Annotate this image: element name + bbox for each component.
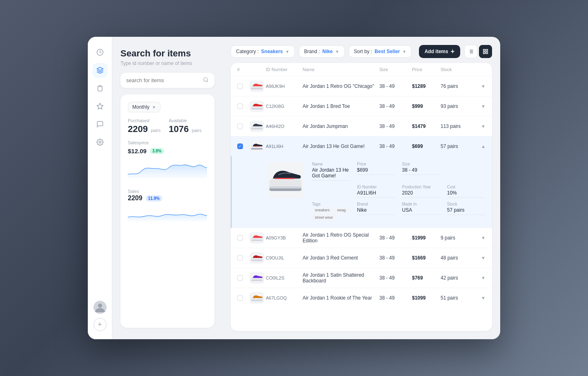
sidebar-icon-clipboard[interactable] bbox=[93, 81, 107, 96]
svg-point-6 bbox=[98, 304, 102, 308]
table-row[interactable]: A09GY3B Air Jordan 1 Retro OG Special Ed… bbox=[231, 228, 492, 248]
row-checkbox[interactable] bbox=[237, 275, 243, 281]
item-price: $1479 bbox=[412, 123, 441, 129]
item-id: C12KI8G bbox=[266, 104, 303, 109]
period-selector[interactable]: Monthly ▼ bbox=[128, 102, 160, 112]
tag-badge: sneakers bbox=[312, 207, 333, 213]
detail-year-field: Production Year 2020 bbox=[402, 185, 441, 198]
row-checkbox[interactable] bbox=[237, 143, 243, 149]
expanded-detail-panel: Name Air Jordan 13 He Got Game! Price $6… bbox=[231, 156, 492, 228]
table-row[interactable]: A98JK9H Air Jordan 1 Retro OG "Chicago" … bbox=[231, 76, 492, 96]
svg-rect-22 bbox=[251, 108, 263, 110]
expand-icon[interactable]: ▼ bbox=[481, 275, 486, 280]
detail-fields: Name Air Jordan 13 He Got Game! Price $6… bbox=[312, 162, 486, 222]
salesprice-badge: 3.8% bbox=[150, 148, 164, 154]
svg-rect-29 bbox=[270, 186, 302, 188]
sidebar-icon-clock[interactable] bbox=[93, 45, 107, 60]
row-checkbox[interactable] bbox=[237, 295, 243, 301]
stats-card: Monthly ▼ Purchased 2209 pairs Available… bbox=[120, 94, 214, 328]
brand-filter[interactable]: Brand : Nike ▼ bbox=[299, 45, 345, 58]
item-name: Air Jordan 1 Rookie of The Year bbox=[303, 295, 379, 301]
item-thumbnail bbox=[249, 252, 264, 264]
sidebar-icon-gear[interactable] bbox=[93, 135, 107, 150]
sidebar-icon-layers[interactable] bbox=[93, 63, 107, 78]
item-id: A91LI6H bbox=[266, 144, 303, 149]
item-stock: 9 pairs bbox=[441, 235, 473, 241]
row-checkbox[interactable] bbox=[237, 255, 243, 261]
row-checkbox[interactable] bbox=[237, 123, 243, 129]
category-filter[interactable]: Category : Sneakers ▼ bbox=[231, 45, 295, 58]
item-price: $1999 bbox=[412, 235, 441, 241]
svg-point-4 bbox=[99, 141, 101, 143]
svg-rect-24 bbox=[251, 128, 263, 130]
search-box bbox=[120, 73, 214, 88]
item-price: $999 bbox=[412, 103, 441, 109]
items-table: # ID Number Name Size Price Stock A98JK9… bbox=[231, 63, 492, 331]
expand-icon[interactable]: ▼ bbox=[481, 104, 486, 109]
item-id: A09GY3B bbox=[266, 235, 303, 240]
detail-cost-field: Cost 10% bbox=[447, 185, 486, 198]
table-row[interactable]: CO0IL2S Air Jordan 1 Satin Shattered Bac… bbox=[231, 268, 492, 288]
item-thumbnail bbox=[249, 141, 264, 152]
item-stock: 42 pairs bbox=[441, 275, 473, 281]
list-view-button[interactable] bbox=[464, 45, 477, 58]
item-stock: 51 pairs bbox=[441, 295, 473, 301]
sales-chart-2 bbox=[128, 204, 207, 224]
sidebar-icon-star[interactable] bbox=[93, 99, 107, 114]
svg-rect-26 bbox=[251, 148, 263, 150]
expand-icon[interactable]: ▼ bbox=[481, 295, 486, 300]
item-thumbnail bbox=[249, 81, 264, 92]
row-checkbox[interactable] bbox=[237, 103, 243, 109]
grid-view-button[interactable] bbox=[479, 45, 492, 58]
detail-brand-field: Brand Nike bbox=[357, 202, 395, 222]
svg-point-7 bbox=[204, 78, 207, 81]
item-name: Air Jordan Jumpman bbox=[303, 123, 379, 129]
add-items-button[interactable]: Add items + bbox=[419, 45, 460, 58]
search-input[interactable] bbox=[126, 77, 200, 83]
item-size: 38 - 49 bbox=[379, 295, 412, 301]
add-new-button[interactable]: + bbox=[94, 318, 107, 331]
sales-section: Sales 2209 11.9% bbox=[128, 189, 207, 202]
item-price: $1669 bbox=[412, 255, 441, 261]
item-size: 38 - 49 bbox=[379, 83, 412, 89]
row-checkbox[interactable] bbox=[237, 235, 243, 241]
table-row[interactable]: A46HI2O Air Jordan Jumpman 38 - 49 $1479… bbox=[231, 116, 492, 137]
expand-icon[interactable]: ▼ bbox=[481, 84, 486, 89]
sidebar-icon-message[interactable] bbox=[93, 117, 107, 132]
item-thumbnail bbox=[249, 292, 264, 304]
item-name: Air Jordan 13 He Got Game! bbox=[303, 143, 379, 149]
item-stock: 113 pairs bbox=[441, 123, 473, 129]
search-icon bbox=[203, 77, 209, 84]
table-row[interactable]: C12KI8G Air Jordan 1 Bred Toe 38 - 49 $9… bbox=[231, 96, 492, 116]
svg-marker-1 bbox=[97, 67, 103, 71]
expand-icon[interactable]: ▼ bbox=[481, 255, 486, 260]
item-id: A67LGOQ bbox=[266, 295, 303, 300]
detail-stock-field: Stock 57 pairs bbox=[447, 202, 486, 222]
table-row[interactable]: A91LI6H Air Jordan 13 He Got Game! 38 - … bbox=[231, 137, 492, 156]
page-subtitle: Type id number or name of items bbox=[120, 60, 214, 66]
item-name: Air Jordan 1 Satin Shattered Backboard bbox=[303, 272, 379, 284]
item-size: 38 - 49 bbox=[379, 103, 412, 109]
category-chevron-icon: ▼ bbox=[285, 49, 290, 54]
toolbar: Category : Sneakers ▼ Brand : Nike ▼ Sor… bbox=[231, 45, 492, 58]
item-id: CO0IL2S bbox=[266, 275, 303, 280]
item-price: $699 bbox=[412, 143, 441, 149]
page-title: Search for items bbox=[120, 48, 214, 59]
item-thumbnail bbox=[249, 232, 264, 244]
item-price: $1289 bbox=[412, 83, 441, 89]
detail-madein-field: Made In USA bbox=[402, 202, 441, 222]
table-row[interactable]: C9OUJIL Air Jordan 3 Red Cement 38 - 49 … bbox=[231, 248, 492, 268]
item-price: $1099 bbox=[412, 295, 441, 301]
row-checkbox[interactable] bbox=[237, 83, 243, 89]
sort-filter[interactable]: Sort by : Best Seller ▼ bbox=[349, 45, 412, 58]
expand-icon[interactable]: ▼ bbox=[481, 124, 486, 129]
table-row[interactable]: A67LGOQ Air Jordan 1 Rookie of The Year … bbox=[231, 288, 492, 308]
detail-price-field: Price $699 bbox=[357, 162, 395, 181]
shoe-detail-image bbox=[267, 162, 304, 199]
expand-icon[interactable]: ▼ bbox=[481, 235, 486, 240]
svg-marker-3 bbox=[97, 103, 103, 109]
avatar[interactable] bbox=[94, 301, 107, 314]
collapse-icon[interactable]: ▲ bbox=[481, 144, 486, 149]
svg-rect-18 bbox=[486, 52, 488, 54]
brand-chevron-icon: ▼ bbox=[335, 49, 339, 54]
